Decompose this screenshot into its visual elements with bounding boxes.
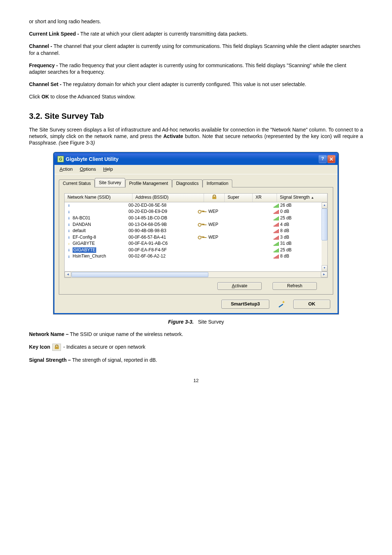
scroll-up-button[interactable]: ▲ (322, 202, 327, 208)
paragraph: Click OK to close the Advanced Status wi… (29, 93, 363, 100)
network-row[interactable]: iEF-Config-800-0F-66-57-BA-41WEP3 dB (65, 234, 327, 241)
text: to close the Advanced Status window. (49, 94, 135, 100)
refresh-button[interactable]: Refresh (273, 282, 317, 290)
ok-button[interactable]: OK (293, 300, 330, 309)
signal-value: 25 dB (280, 247, 291, 253)
bulb-icon: ♀ (67, 241, 71, 246)
signal-bars-icon (274, 254, 279, 259)
paragraph: Network Name – The SSID or unique name o… (29, 331, 363, 337)
signal-value: 31 dB (280, 241, 291, 247)
app-window: G Gigabyte Client Utility ? ✕ Action Opt… (53, 152, 339, 315)
col-signal-strength[interactable]: Signal Strength ▲ (277, 194, 327, 202)
col-super[interactable]: Super (225, 194, 253, 202)
network-row[interactable]: i00-20-ED-08-5E-5826 dB (65, 202, 327, 209)
info-icon: i (67, 209, 71, 214)
tab-panel: Network Name (SSID) Address (BSSID) Supe… (59, 187, 333, 295)
paragraph: Channel - The channel that your client a… (29, 43, 363, 56)
scroll-track[interactable] (72, 272, 320, 277)
text: ) (93, 140, 95, 146)
tab-profile-management[interactable]: Profile Management (125, 179, 172, 188)
network-name: 8A-BC01 (73, 215, 90, 221)
scroll-right-button[interactable]: ► (321, 272, 327, 278)
help-button[interactable]: ? (319, 155, 327, 163)
label: Channel Set - (29, 81, 61, 87)
col-network-name[interactable]: Network Name (SSID) (65, 194, 132, 202)
label: Signal Strength – (29, 357, 71, 363)
key-icon (198, 222, 204, 226)
signal-cell: 25 dB (274, 247, 327, 253)
signal-cell: 25 dB (274, 215, 327, 221)
menu-help[interactable]: Help (100, 166, 116, 173)
info-icon: i (67, 228, 71, 234)
signal-bars-icon (274, 216, 279, 220)
figure-label: Figure 3-3. (168, 319, 194, 325)
signal-bars-icon (274, 222, 279, 227)
scroll-left-button[interactable]: ◄ (65, 272, 71, 278)
info-icon: i (67, 216, 71, 221)
scroll-down-button[interactable]: ▼ (322, 265, 327, 271)
bssid: 00-13-D4-68-D5-9B (128, 222, 194, 228)
figure-caption: Figure 3-3. Site Survey (29, 319, 363, 325)
smartsetup-button[interactable]: SmartSetup3 (221, 300, 269, 309)
titlebar[interactable]: G Gigabyte Client Utility ? ✕ (54, 153, 338, 165)
info-icon: i (67, 222, 71, 227)
menu-action[interactable]: Action (57, 166, 75, 173)
button-row: Activate Refresh (64, 282, 328, 290)
key-icon (198, 209, 204, 213)
paragraph: Channel Set - The regulatory domain for … (29, 81, 363, 88)
lock-icon (52, 344, 61, 351)
signal-value: 3 dB (280, 235, 289, 240)
horizontal-scrollbar[interactable]: ◄ ► (64, 272, 328, 278)
text: The radio frequency that your client ada… (29, 62, 346, 75)
col-address[interactable]: Address (BSSID) (132, 194, 204, 202)
tab-current-status[interactable]: Current Status (59, 179, 95, 188)
bssid: 00-20-ED-08-E9-D9 (128, 209, 194, 215)
signal-bars-icon (274, 210, 279, 214)
signal-value: 0 dB (280, 209, 289, 215)
network-row[interactable]: i8A-BC0100-14-85-1B-C0-DB25 dB (65, 215, 327, 222)
network-name: GIGABYTE (73, 241, 95, 247)
network-row[interactable]: iDANDAN00-13-D4-68-D5-9BWEP4 dB (65, 222, 327, 228)
text: Click (29, 94, 41, 100)
encryption: WEP (208, 222, 234, 228)
network-name: HsinTien_Church (73, 254, 106, 259)
key-icon (198, 235, 204, 239)
vertical-scrollbar[interactable]: ▲ ▼ (322, 202, 327, 271)
bssid: 00-20-ED-08-5E-58 (128, 203, 194, 208)
signal-cell: 26 dB (274, 203, 327, 208)
network-row[interactable]: iHsinTien_Church00-02-6F-06-A2-128 dB (65, 253, 327, 260)
network-row[interactable]: ♀GIGABYTE00-0F-EA-91-AB-C631 dB (65, 240, 327, 247)
network-name: EF-Config-8 (73, 235, 96, 240)
close-button[interactable]: ✕ (327, 155, 335, 163)
col-xr[interactable]: XR (253, 194, 277, 202)
scroll-thumb[interactable] (72, 272, 208, 277)
security-cell (194, 235, 208, 240)
signal-cell: 4 dB (274, 222, 327, 228)
text: The rate at which your client adapter is… (79, 31, 248, 37)
paragraph: Frequency - The radio frequency that you… (29, 62, 363, 75)
security-cell (194, 209, 208, 215)
col-security[interactable] (204, 194, 225, 202)
tab-diagnostics[interactable]: Diagnostics (172, 179, 203, 188)
network-row[interactable]: iGIGABYTE00-0F-EA-F8-F4-5F25 dB (65, 247, 327, 254)
signal-value: 25 dB (280, 215, 291, 221)
network-row[interactable]: idefault00-90-4B-0B-98-B38 dB (65, 228, 327, 234)
activate-button[interactable]: Activate (217, 282, 262, 290)
tab-information[interactable]: Information (203, 179, 232, 188)
network-list[interactable]: i00-20-ED-08-5E-5826 dBi00-20-ED-08-E9-D… (64, 202, 328, 272)
network-name: DANDAN (73, 222, 91, 228)
text: The channel that your client adapter is … (29, 43, 360, 56)
section-heading: 3.2. Site Survey Tab (29, 111, 363, 122)
signal-value: 8 dB (280, 228, 289, 234)
network-row[interactable]: i00-20-ED-08-E9-D9WEP0 dB (65, 208, 327, 215)
list-header: Network Name (SSID) Address (BSSID) Supe… (64, 193, 328, 202)
menubar: Action Options Help (54, 165, 338, 174)
signal-cell: 3 dB (274, 235, 327, 240)
scroll-thumb[interactable] (322, 208, 327, 240)
signal-value: 26 dB (280, 203, 291, 208)
tab-site-survey[interactable]: Site Survey (95, 178, 125, 187)
signal-bars-icon (274, 242, 279, 246)
lock-icon (212, 195, 217, 199)
scroll-track[interactable] (322, 208, 327, 265)
menu-options[interactable]: Options (77, 166, 99, 173)
